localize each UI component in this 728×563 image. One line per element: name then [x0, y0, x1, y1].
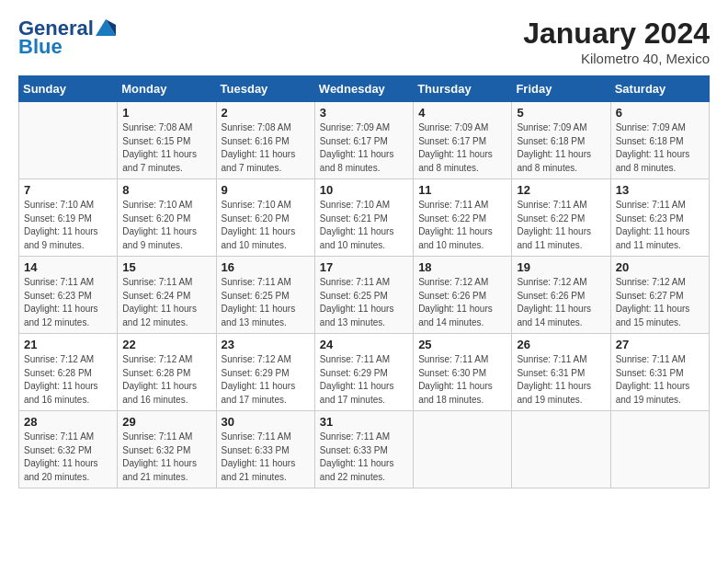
day-info: Sunrise: 7:11 AMSunset: 6:25 PMDaylight:… [320, 277, 394, 327]
calendar-cell: 5Sunrise: 7:09 AMSunset: 6:18 PMDaylight… [512, 102, 610, 179]
day-number: 29 [122, 415, 210, 429]
day-info: Sunrise: 7:11 AMSunset: 6:31 PMDaylight:… [517, 354, 591, 405]
calendar-cell: 13Sunrise: 7:11 AMSunset: 6:23 PMDayligh… [610, 179, 709, 257]
day-number: 27 [616, 338, 704, 351]
day-number: 14 [24, 260, 112, 274]
page-container: General Blue January 2024 Kilometro 40, … [0, 0, 728, 498]
day-number: 24 [320, 338, 408, 351]
day-number: 8 [122, 183, 210, 197]
calendar-cell: 11Sunrise: 7:11 AMSunset: 6:22 PMDayligh… [414, 179, 512, 257]
day-number: 18 [418, 260, 506, 274]
title-block: January 2024 Kilometro 40, Mexico [523, 17, 710, 66]
header: General Blue January 2024 Kilometro 40, … [18, 17, 710, 66]
calendar-cell: 16Sunrise: 7:11 AMSunset: 6:25 PMDayligh… [216, 257, 314, 334]
day-info: Sunrise: 7:12 AMSunset: 6:28 PMDaylight:… [122, 354, 197, 405]
day-info: Sunrise: 7:10 AMSunset: 6:21 PMDaylight:… [320, 200, 394, 250]
calendar-cell [610, 411, 709, 488]
week-row-2: 7Sunrise: 7:10 AMSunset: 6:19 PMDaylight… [19, 179, 710, 257]
day-info: Sunrise: 7:11 AMSunset: 6:32 PMDaylight:… [24, 431, 98, 482]
calendar-cell: 28Sunrise: 7:11 AMSunset: 6:32 PMDayligh… [19, 411, 118, 488]
day-info: Sunrise: 7:11 AMSunset: 6:24 PMDaylight:… [122, 277, 197, 327]
calendar-cell: 4Sunrise: 7:09 AMSunset: 6:17 PMDaylight… [414, 102, 512, 179]
week-row-4: 21Sunrise: 7:12 AMSunset: 6:28 PMDayligh… [19, 334, 710, 411]
day-info: Sunrise: 7:11 AMSunset: 6:22 PMDaylight:… [418, 200, 493, 250]
day-number: 6 [616, 106, 704, 120]
day-info: Sunrise: 7:09 AMSunset: 6:18 PMDaylight:… [616, 122, 690, 173]
day-info: Sunrise: 7:09 AMSunset: 6:17 PMDaylight:… [418, 122, 493, 173]
calendar-cell: 29Sunrise: 7:11 AMSunset: 6:32 PMDayligh… [118, 411, 216, 488]
calendar-cell: 27Sunrise: 7:11 AMSunset: 6:31 PMDayligh… [610, 334, 709, 411]
calendar-cell: 20Sunrise: 7:12 AMSunset: 6:27 PMDayligh… [610, 257, 709, 334]
calendar-cell: 22Sunrise: 7:12 AMSunset: 6:28 PMDayligh… [118, 334, 216, 411]
day-number: 19 [517, 260, 605, 274]
calendar-cell: 6Sunrise: 7:09 AMSunset: 6:18 PMDaylight… [610, 102, 709, 179]
calendar-table: SundayMondayTuesdayWednesdayThursdayFrid… [18, 75, 710, 488]
day-info: Sunrise: 7:09 AMSunset: 6:17 PMDaylight:… [320, 122, 394, 173]
logo-icon [96, 19, 116, 36]
week-row-3: 14Sunrise: 7:11 AMSunset: 6:23 PMDayligh… [19, 257, 710, 334]
header-friday: Friday [512, 76, 610, 102]
day-info: Sunrise: 7:10 AMSunset: 6:20 PMDaylight:… [222, 200, 296, 250]
calendar-cell: 18Sunrise: 7:12 AMSunset: 6:26 PMDayligh… [414, 257, 512, 334]
day-number: 5 [517, 106, 605, 120]
day-number: 23 [222, 338, 310, 351]
calendar-cell: 7Sunrise: 7:10 AMSunset: 6:19 PMDaylight… [19, 179, 118, 257]
month-title: January 2024 [523, 17, 710, 51]
day-info: Sunrise: 7:10 AMSunset: 6:20 PMDaylight:… [122, 200, 197, 250]
calendar-cell: 3Sunrise: 7:09 AMSunset: 6:17 PMDaylight… [314, 102, 413, 179]
day-info: Sunrise: 7:11 AMSunset: 6:22 PMDaylight:… [517, 200, 591, 250]
logo-blue: Blue [18, 35, 63, 59]
day-number: 22 [122, 338, 210, 351]
day-number: 11 [418, 183, 506, 197]
calendar-cell: 1Sunrise: 7:08 AMSunset: 6:15 PMDaylight… [118, 102, 216, 179]
calendar-body: 1Sunrise: 7:08 AMSunset: 6:15 PMDaylight… [19, 102, 710, 488]
day-number: 9 [222, 183, 310, 197]
day-number: 20 [616, 260, 704, 274]
day-info: Sunrise: 7:11 AMSunset: 6:30 PMDaylight:… [418, 354, 493, 405]
day-number: 7 [24, 183, 112, 197]
day-number: 16 [222, 260, 310, 274]
day-info: Sunrise: 7:11 AMSunset: 6:33 PMDaylight:… [320, 431, 394, 482]
day-number: 31 [320, 415, 408, 429]
week-row-1: 1Sunrise: 7:08 AMSunset: 6:15 PMDaylight… [19, 102, 710, 179]
calendar-cell: 24Sunrise: 7:11 AMSunset: 6:29 PMDayligh… [314, 334, 413, 411]
calendar-cell [512, 411, 610, 488]
day-info: Sunrise: 7:08 AMSunset: 6:15 PMDaylight:… [122, 122, 197, 173]
calendar-header-row: SundayMondayTuesdayWednesdayThursdayFrid… [19, 76, 710, 102]
calendar-cell: 15Sunrise: 7:11 AMSunset: 6:24 PMDayligh… [118, 257, 216, 334]
day-info: Sunrise: 7:11 AMSunset: 6:23 PMDaylight:… [616, 200, 690, 250]
calendar-cell: 9Sunrise: 7:10 AMSunset: 6:20 PMDaylight… [216, 179, 314, 257]
day-number: 2 [222, 106, 310, 120]
day-info: Sunrise: 7:09 AMSunset: 6:18 PMDaylight:… [517, 122, 591, 173]
calendar-cell: 19Sunrise: 7:12 AMSunset: 6:26 PMDayligh… [512, 257, 610, 334]
day-info: Sunrise: 7:12 AMSunset: 6:26 PMDaylight:… [517, 277, 591, 327]
day-info: Sunrise: 7:11 AMSunset: 6:29 PMDaylight:… [320, 354, 394, 405]
day-number: 28 [24, 415, 112, 429]
day-info: Sunrise: 7:11 AMSunset: 6:25 PMDaylight:… [222, 277, 296, 327]
day-info: Sunrise: 7:08 AMSunset: 6:16 PMDaylight:… [222, 122, 296, 173]
calendar-cell: 25Sunrise: 7:11 AMSunset: 6:30 PMDayligh… [414, 334, 512, 411]
calendar-cell: 21Sunrise: 7:12 AMSunset: 6:28 PMDayligh… [19, 334, 118, 411]
calendar-cell: 31Sunrise: 7:11 AMSunset: 6:33 PMDayligh… [314, 411, 413, 488]
logo: General Blue [18, 17, 116, 59]
day-number: 26 [517, 338, 605, 351]
calendar-cell: 17Sunrise: 7:11 AMSunset: 6:25 PMDayligh… [314, 257, 413, 334]
day-info: Sunrise: 7:11 AMSunset: 6:31 PMDaylight:… [616, 354, 690, 405]
day-info: Sunrise: 7:10 AMSunset: 6:19 PMDaylight:… [24, 200, 98, 250]
calendar-cell [414, 411, 512, 488]
header-sunday: Sunday [19, 76, 118, 102]
header-thursday: Thursday [414, 76, 512, 102]
day-info: Sunrise: 7:12 AMSunset: 6:26 PMDaylight:… [418, 277, 493, 327]
calendar-cell: 2Sunrise: 7:08 AMSunset: 6:16 PMDaylight… [216, 102, 314, 179]
header-tuesday: Tuesday [216, 76, 314, 102]
day-number: 1 [122, 106, 210, 120]
day-number: 15 [122, 260, 210, 274]
day-info: Sunrise: 7:12 AMSunset: 6:29 PMDaylight:… [222, 354, 296, 405]
calendar-cell: 8Sunrise: 7:10 AMSunset: 6:20 PMDaylight… [118, 179, 216, 257]
day-number: 10 [320, 183, 408, 197]
header-monday: Monday [118, 76, 216, 102]
day-info: Sunrise: 7:11 AMSunset: 6:23 PMDaylight:… [24, 277, 98, 327]
calendar-cell: 26Sunrise: 7:11 AMSunset: 6:31 PMDayligh… [512, 334, 610, 411]
day-number: 13 [616, 183, 704, 197]
calendar-cell [19, 102, 118, 179]
